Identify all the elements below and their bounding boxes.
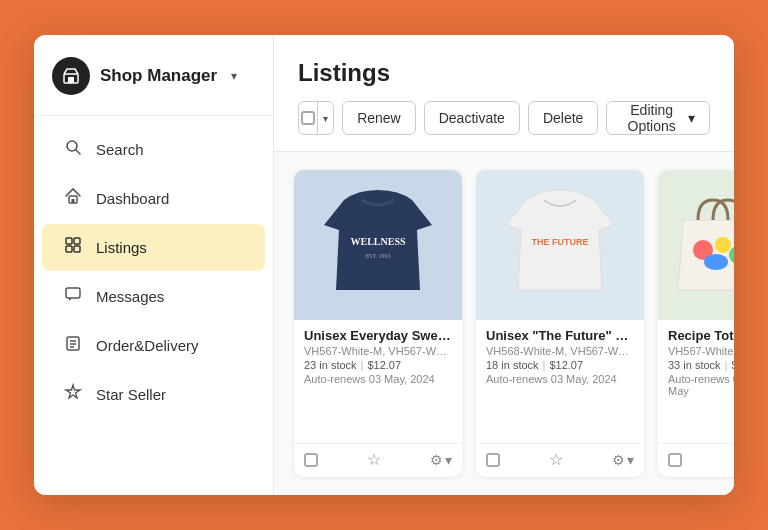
listing-info-2: Unisex "The Future" Swe... VH568-White-M… — [476, 320, 644, 443]
sidebar-item-star-seller[interactable]: Star Seller — [42, 371, 265, 418]
listing-renew-2: Auto-renews 03 May, 2024 — [486, 373, 634, 385]
gear-icon-2: ⚙ — [612, 452, 625, 468]
listing-checkbox-3[interactable] — [668, 453, 682, 467]
listing-price-3: $11.0 — [731, 359, 734, 371]
checkbox-square — [301, 111, 315, 125]
listing-card: Recipe Tote Bag VH567-White-M, VH5... 33… — [658, 170, 734, 477]
listing-checkbox-1[interactable] — [304, 453, 318, 467]
sidebar-item-star-seller-label: Star Seller — [96, 386, 166, 403]
gear-icon-1: ⚙ — [430, 452, 443, 468]
listing-title-3: Recipe Tote Bag — [668, 328, 734, 343]
deactivate-button[interactable]: Deactivate — [424, 101, 520, 135]
svg-rect-5 — [72, 199, 75, 203]
svg-text:THE FUTURE: THE FUTURE — [532, 237, 589, 247]
select-all-dropdown[interactable]: ▾ — [298, 101, 334, 135]
delete-button[interactable]: Delete — [528, 101, 598, 135]
listing-meta-3: 33 in stock | $11.0 — [668, 359, 734, 371]
sidebar-item-search-label: Search — [96, 141, 144, 158]
svg-line-3 — [76, 150, 80, 154]
messages-icon — [62, 285, 84, 308]
listing-actions-1: ☆ ⚙ ▾ — [294, 443, 462, 477]
svg-text:EST. 1993: EST. 1993 — [365, 253, 390, 259]
listing-title-2: Unisex "The Future" Swe... — [486, 328, 634, 343]
listing-actions-3: ☆ — [658, 443, 734, 477]
listing-variant-3: VH567-White-M, VH5... — [668, 345, 734, 357]
sidebar-item-order-delivery[interactable]: Order&Delivery — [42, 322, 265, 369]
select-all-checkbox[interactable] — [299, 102, 318, 134]
svg-rect-9 — [74, 246, 80, 252]
sidebar-item-listings-label: Listings — [96, 239, 147, 256]
editing-options-chevron: ▾ — [688, 110, 695, 126]
sidebar-item-search[interactable]: Search — [42, 126, 265, 173]
listing-favorite-1[interactable]: ☆ — [367, 450, 381, 469]
listing-variant-2: VH568-White-M, VH567-Whi... — [486, 345, 634, 357]
listing-meta-2: 18 in stock | $12.07 — [486, 359, 634, 371]
listing-gear-2[interactable]: ⚙ ▾ — [612, 452, 634, 468]
svg-point-24 — [704, 254, 728, 270]
main-header: Listings ▾ Renew Deactivate Delete Editi… — [274, 35, 734, 152]
listing-info-1: Unisex Everyday Sweats... VH567-White-M,… — [294, 320, 462, 443]
separator-3: | — [725, 359, 728, 371]
sidebar-item-listings[interactable]: Listings — [42, 224, 265, 271]
listing-price-1: $12.07 — [367, 359, 401, 371]
listing-meta-1: 23 in stock | $12.07 — [304, 359, 452, 371]
sidebar-nav: Search Dashboard — [34, 116, 273, 428]
sidebar-item-dashboard[interactable]: Dashboard — [42, 175, 265, 222]
svg-rect-8 — [66, 246, 72, 252]
separator-2: | — [543, 359, 546, 371]
listing-renew-3: Auto-renews 03 May — [668, 373, 734, 397]
gear-chevron-1: ▾ — [445, 452, 452, 468]
listing-checkbox-2[interactable] — [486, 453, 500, 467]
listing-variant-1: VH567-White-M, VH567-Whi... — [304, 345, 452, 357]
shop-manager-chevron[interactable]: ▾ — [231, 69, 237, 83]
toolbar: ▾ Renew Deactivate Delete Editing Option… — [298, 101, 710, 135]
main-content: Listings ▾ Renew Deactivate Delete Editi… — [274, 35, 734, 495]
home-icon — [62, 187, 84, 210]
svg-rect-6 — [66, 238, 72, 244]
listing-stock-1: 23 in stock — [304, 359, 357, 371]
listing-stock-2: 18 in stock — [486, 359, 539, 371]
shop-icon — [52, 57, 90, 95]
sidebar-item-messages[interactable]: Messages — [42, 273, 265, 320]
listing-title-1: Unisex Everyday Sweats... — [304, 328, 452, 343]
listings-grid: WELLNESS EST. 1993 Unisex Everyday Sweat… — [274, 152, 734, 495]
svg-text:WELLNESS: WELLNESS — [350, 236, 405, 247]
sidebar-item-order-delivery-label: Order&Delivery — [96, 337, 199, 354]
sidebar: Shop Manager ▾ Search — [34, 35, 274, 495]
listing-favorite-2[interactable]: ☆ — [549, 450, 563, 469]
listing-actions-2: ☆ ⚙ ▾ — [476, 443, 644, 477]
listing-card: WELLNESS EST. 1993 Unisex Everyday Sweat… — [294, 170, 462, 477]
listing-renew-1: Auto-renews 03 May, 2024 — [304, 373, 452, 385]
svg-point-22 — [715, 237, 731, 253]
renew-button[interactable]: Renew — [342, 101, 416, 135]
page-title: Listings — [298, 59, 710, 87]
clipboard-icon — [62, 334, 84, 357]
listing-image-1: WELLNESS EST. 1993 — [294, 170, 462, 320]
sidebar-header[interactable]: Shop Manager ▾ — [34, 35, 273, 116]
sidebar-item-dashboard-label: Dashboard — [96, 190, 169, 207]
star-icon — [62, 383, 84, 406]
listing-image-2: THE FUTURE — [476, 170, 644, 320]
editing-options-label: Editing Options — [621, 102, 682, 134]
svg-rect-7 — [74, 238, 80, 244]
shop-manager-title: Shop Manager — [100, 66, 217, 86]
gear-chevron-2: ▾ — [627, 452, 634, 468]
listing-info-3: Recipe Tote Bag VH567-White-M, VH5... 33… — [658, 320, 734, 443]
listing-card: THE FUTURE Unisex "The Future" Swe... VH… — [476, 170, 644, 477]
sidebar-item-messages-label: Messages — [96, 288, 164, 305]
listing-gear-1[interactable]: ⚙ ▾ — [430, 452, 452, 468]
listing-price-2: $12.07 — [549, 359, 583, 371]
listing-stock-3: 33 in stock — [668, 359, 721, 371]
svg-rect-1 — [68, 77, 74, 83]
svg-rect-10 — [66, 288, 80, 298]
listing-image-3 — [658, 170, 734, 320]
select-dropdown-arrow[interactable]: ▾ — [318, 102, 333, 134]
grid-icon — [62, 236, 84, 259]
editing-options-button[interactable]: Editing Options ▾ — [606, 101, 710, 135]
search-icon — [62, 138, 84, 161]
separator-1: | — [361, 359, 364, 371]
